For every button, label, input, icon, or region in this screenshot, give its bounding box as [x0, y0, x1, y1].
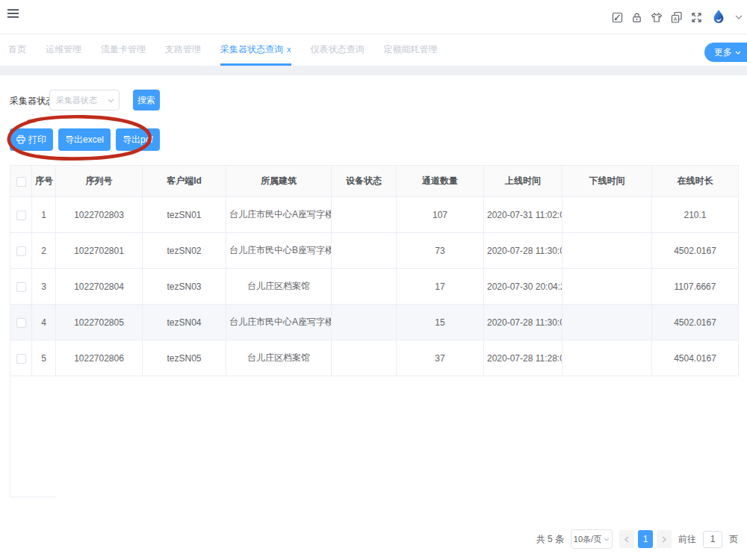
cell-device-status [332, 197, 397, 233]
printer-icon [16, 135, 25, 144]
more-button-label: 更多 [714, 46, 732, 59]
hamburger-menu-icon[interactable] [7, 9, 19, 18]
chevron-down-icon [735, 51, 741, 55]
prev-page-button[interactable] [619, 530, 634, 548]
table-row[interactable]: 2 1022702801 tezSN02 台儿庄市民中心B座写字楼 73 202… [10, 233, 739, 269]
row-checkbox[interactable] [16, 282, 26, 292]
header-client-id: 客户端Id [143, 166, 226, 197]
table-header-row: 序号 序列号 客户端Id 所属建筑 设备状态 通道数量 上线时间 下线时间 在线… [10, 166, 739, 197]
cell-index: 1 [32, 197, 56, 233]
goto-suffix: 页 [729, 533, 738, 546]
export-pdf-button[interactable]: 导出pdf [116, 128, 160, 151]
collector-status-select[interactable]: 采集器状态 [49, 90, 120, 111]
cell-index: 2 [32, 233, 56, 269]
translate-icon[interactable]: A [671, 11, 683, 23]
cell-client-id: tezSN04 [143, 305, 226, 340]
cell-index: 3 [32, 269, 56, 305]
lock-icon[interactable] [631, 12, 642, 23]
row-checkbox[interactable] [16, 246, 26, 256]
row-checkbox[interactable] [16, 354, 26, 364]
cell-index: 5 [32, 340, 56, 376]
cell-online-time: 2020-07-31 11:02:00 [484, 197, 562, 233]
cell-online-time: 2020-07-28 11:30:05 [484, 233, 562, 269]
table-row[interactable]: 5 1022702806 tezSN05 台儿庄区档案馆 37 2020-07-… [10, 340, 739, 376]
more-button[interactable]: 更多 [704, 43, 747, 62]
cell-online-time: 2020-07-28 11:30:05 [484, 305, 562, 340]
tab-label: 采集器状态查询 [220, 43, 283, 56]
cell-duration: 4502.0167 [652, 305, 739, 340]
goto-page-input[interactable] [703, 531, 722, 548]
header-channels: 通道数量 [397, 166, 484, 197]
header-select-all [10, 166, 32, 197]
row-select-cell [10, 197, 32, 233]
cell-online-time: 2020-07-30 20:04:26 [484, 269, 562, 305]
fullscreen-icon[interactable] [691, 12, 702, 23]
cell-offline-time [562, 340, 652, 376]
tab-quota-energy-management[interactable]: 定额能耗管理 [384, 35, 438, 66]
table-row[interactable]: 3 1022702804 tezSN03 台儿庄区档案馆 17 2020-07-… [10, 269, 739, 305]
row-select-cell [10, 269, 32, 305]
collector-status-label: 采集器状态 [10, 95, 55, 108]
cell-offline-time [562, 233, 652, 269]
export-actions: 打印 导出excel 导出pdf [10, 128, 160, 151]
user-dropdown-chevron-icon[interactable] [735, 15, 743, 19]
cell-device-status [332, 233, 397, 269]
export-excel-button[interactable]: 导出excel [58, 128, 111, 151]
tab-operations-management[interactable]: 运维管理 [46, 35, 81, 66]
cell-client-id: tezSN03 [143, 269, 226, 305]
tab-label: 支路管理 [165, 43, 201, 56]
header-building: 所属建筑 [226, 166, 332, 197]
row-select-cell [10, 305, 32, 340]
content-divider [0, 66, 747, 75]
table-row[interactable]: 4 1022702805 tezSN04 台儿庄市民中心A座写字楼 15 202… [10, 305, 739, 340]
brand-logo-icon[interactable] [710, 9, 727, 25]
page-size-select[interactable]: 10条/页 [571, 529, 613, 549]
print-button[interactable]: 打印 [10, 128, 53, 151]
row-checkbox[interactable] [16, 211, 26, 220]
tab-collector-status-query[interactable]: 采集器状态查询 x [220, 35, 291, 66]
search-button[interactable]: 搜索 [133, 90, 160, 111]
tab-label: 流量卡管理 [101, 43, 146, 56]
cell-serial: 1022702805 [56, 305, 143, 340]
cell-device-status [332, 340, 397, 376]
app-window: A 首页 运维管理 流量卡管理 支路管理 采集器状态查询 x [0, 0, 747, 560]
tab-close-icon[interactable]: x [287, 45, 291, 54]
cell-online-time: 2020-07-28 11:28:05 [484, 340, 562, 376]
cell-channels: 107 [397, 197, 484, 233]
chevron-left-icon [624, 536, 629, 543]
chevron-right-icon [662, 536, 666, 543]
row-select-cell [10, 233, 32, 269]
cell-duration: 210.1 [652, 197, 739, 233]
select-all-checkbox[interactable] [16, 177, 26, 187]
cell-duration: 4504.0167 [652, 340, 739, 376]
topbar-actions: A [612, 0, 743, 34]
header-serial: 序列号 [56, 166, 143, 197]
goto-label: 前往 [678, 533, 696, 546]
row-select-cell [10, 340, 32, 376]
cell-channels: 15 [397, 305, 484, 340]
cell-building: 台儿庄区档案馆 [226, 269, 332, 305]
header-device-status: 设备状态 [332, 166, 397, 197]
next-page-button[interactable] [657, 530, 672, 548]
cell-device-status [332, 305, 397, 340]
tab-branch-management[interactable]: 支路管理 [165, 35, 201, 66]
cell-device-status [332, 269, 397, 305]
collector-status-table: 序号 序列号 客户端Id 所属建筑 设备状态 通道数量 上线时间 下线时间 在线… [10, 165, 739, 376]
tab-home[interactable]: 首页 [8, 35, 26, 66]
pager: 1 [619, 530, 672, 548]
edit-square-icon[interactable] [612, 12, 623, 23]
pagination-total: 共 5 条 [536, 533, 564, 546]
cell-serial: 1022702801 [56, 233, 143, 269]
tab-sim-card-management[interactable]: 流量卡管理 [101, 35, 146, 66]
svg-text:A: A [674, 16, 678, 22]
tab-meter-status-query[interactable]: 仪表状态查询 [311, 35, 365, 66]
print-button-label: 打印 [28, 134, 46, 146]
cell-building: 台儿庄市民中心A座写字楼 [226, 197, 332, 233]
theme-shirt-icon[interactable] [651, 12, 663, 23]
cell-offline-time [562, 305, 652, 340]
cell-channels: 73 [397, 233, 484, 269]
page-number-button[interactable]: 1 [638, 530, 653, 548]
row-checkbox[interactable] [16, 318, 26, 328]
page-size-value: 10条/页 [574, 534, 601, 545]
table-row[interactable]: 1 1022702803 tezSN01 台儿庄市民中心A座写字楼 107 20… [10, 197, 739, 233]
